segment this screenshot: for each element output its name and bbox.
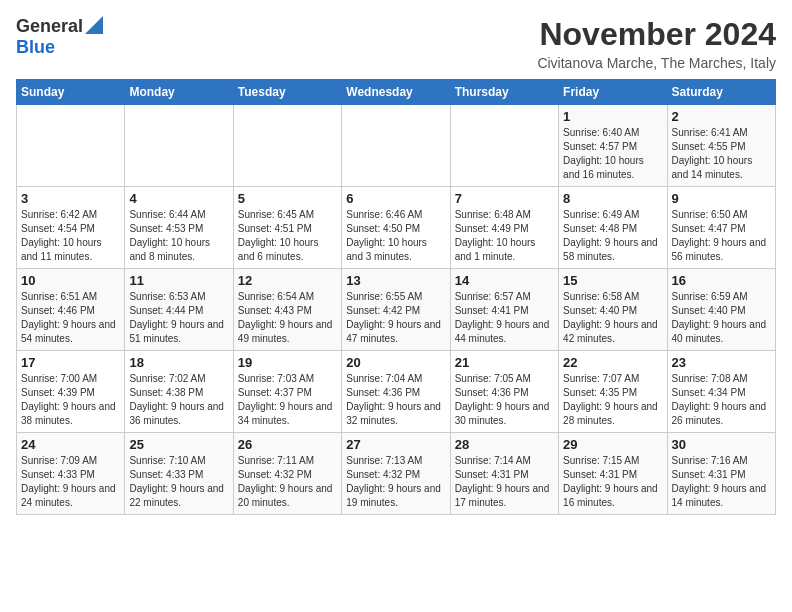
- calendar-cell: 9Sunrise: 6:50 AM Sunset: 4:47 PM Daylig…: [667, 187, 775, 269]
- calendar-cell: 6Sunrise: 6:46 AM Sunset: 4:50 PM Daylig…: [342, 187, 450, 269]
- calendar-cell: 25Sunrise: 7:10 AM Sunset: 4:33 PM Dayli…: [125, 433, 233, 515]
- calendar-cell: 21Sunrise: 7:05 AM Sunset: 4:36 PM Dayli…: [450, 351, 558, 433]
- calendar-week-1: 1Sunrise: 6:40 AM Sunset: 4:57 PM Daylig…: [17, 105, 776, 187]
- day-info: Sunrise: 7:09 AM Sunset: 4:33 PM Dayligh…: [21, 454, 120, 510]
- calendar-cell: 23Sunrise: 7:08 AM Sunset: 4:34 PM Dayli…: [667, 351, 775, 433]
- day-info: Sunrise: 7:11 AM Sunset: 4:32 PM Dayligh…: [238, 454, 337, 510]
- day-header-wednesday: Wednesday: [342, 80, 450, 105]
- calendar-cell: [342, 105, 450, 187]
- day-info: Sunrise: 6:48 AM Sunset: 4:49 PM Dayligh…: [455, 208, 554, 264]
- calendar-cell: [233, 105, 341, 187]
- calendar-cell: 22Sunrise: 7:07 AM Sunset: 4:35 PM Dayli…: [559, 351, 667, 433]
- day-number: 3: [21, 191, 120, 206]
- day-number: 26: [238, 437, 337, 452]
- calendar-cell: 12Sunrise: 6:54 AM Sunset: 4:43 PM Dayli…: [233, 269, 341, 351]
- calendar-cell: 11Sunrise: 6:53 AM Sunset: 4:44 PM Dayli…: [125, 269, 233, 351]
- logo: General Blue: [16, 16, 103, 58]
- day-info: Sunrise: 7:07 AM Sunset: 4:35 PM Dayligh…: [563, 372, 662, 428]
- calendar-cell: [125, 105, 233, 187]
- month-title: November 2024: [537, 16, 776, 53]
- day-info: Sunrise: 7:02 AM Sunset: 4:38 PM Dayligh…: [129, 372, 228, 428]
- calendar-week-3: 10Sunrise: 6:51 AM Sunset: 4:46 PM Dayli…: [17, 269, 776, 351]
- day-number: 13: [346, 273, 445, 288]
- day-info: Sunrise: 6:50 AM Sunset: 4:47 PM Dayligh…: [672, 208, 771, 264]
- calendar-cell: 10Sunrise: 6:51 AM Sunset: 4:46 PM Dayli…: [17, 269, 125, 351]
- logo-triangle-icon: [85, 16, 103, 34]
- day-number: 7: [455, 191, 554, 206]
- day-number: 14: [455, 273, 554, 288]
- day-number: 16: [672, 273, 771, 288]
- day-info: Sunrise: 7:03 AM Sunset: 4:37 PM Dayligh…: [238, 372, 337, 428]
- day-number: 30: [672, 437, 771, 452]
- calendar-cell: 2Sunrise: 6:41 AM Sunset: 4:55 PM Daylig…: [667, 105, 775, 187]
- day-info: Sunrise: 7:13 AM Sunset: 4:32 PM Dayligh…: [346, 454, 445, 510]
- day-number: 29: [563, 437, 662, 452]
- calendar-cell: 30Sunrise: 7:16 AM Sunset: 4:31 PM Dayli…: [667, 433, 775, 515]
- calendar-cell: 19Sunrise: 7:03 AM Sunset: 4:37 PM Dayli…: [233, 351, 341, 433]
- calendar-week-2: 3Sunrise: 6:42 AM Sunset: 4:54 PM Daylig…: [17, 187, 776, 269]
- day-number: 20: [346, 355, 445, 370]
- day-number: 21: [455, 355, 554, 370]
- days-header-row: SundayMondayTuesdayWednesdayThursdayFrid…: [17, 80, 776, 105]
- svg-marker-0: [85, 16, 103, 34]
- day-number: 5: [238, 191, 337, 206]
- calendar-cell: 3Sunrise: 6:42 AM Sunset: 4:54 PM Daylig…: [17, 187, 125, 269]
- day-number: 9: [672, 191, 771, 206]
- day-number: 19: [238, 355, 337, 370]
- day-number: 8: [563, 191, 662, 206]
- day-info: Sunrise: 6:53 AM Sunset: 4:44 PM Dayligh…: [129, 290, 228, 346]
- calendar-cell: 26Sunrise: 7:11 AM Sunset: 4:32 PM Dayli…: [233, 433, 341, 515]
- logo-general-text: General: [16, 17, 83, 37]
- logo-blue-text: Blue: [16, 38, 55, 58]
- calendar-cell: 8Sunrise: 6:49 AM Sunset: 4:48 PM Daylig…: [559, 187, 667, 269]
- day-info: Sunrise: 7:16 AM Sunset: 4:31 PM Dayligh…: [672, 454, 771, 510]
- day-info: Sunrise: 7:05 AM Sunset: 4:36 PM Dayligh…: [455, 372, 554, 428]
- day-info: Sunrise: 6:44 AM Sunset: 4:53 PM Dayligh…: [129, 208, 228, 264]
- day-number: 24: [21, 437, 120, 452]
- header: General Blue November 2024 Civitanova Ma…: [16, 16, 776, 71]
- day-info: Sunrise: 7:10 AM Sunset: 4:33 PM Dayligh…: [129, 454, 228, 510]
- calendar-cell: 16Sunrise: 6:59 AM Sunset: 4:40 PM Dayli…: [667, 269, 775, 351]
- calendar-cell: 18Sunrise: 7:02 AM Sunset: 4:38 PM Dayli…: [125, 351, 233, 433]
- day-info: Sunrise: 7:14 AM Sunset: 4:31 PM Dayligh…: [455, 454, 554, 510]
- location: Civitanova Marche, The Marches, Italy: [537, 55, 776, 71]
- day-number: 12: [238, 273, 337, 288]
- day-info: Sunrise: 6:58 AM Sunset: 4:40 PM Dayligh…: [563, 290, 662, 346]
- day-header-saturday: Saturday: [667, 80, 775, 105]
- day-info: Sunrise: 6:45 AM Sunset: 4:51 PM Dayligh…: [238, 208, 337, 264]
- day-number: 10: [21, 273, 120, 288]
- day-header-monday: Monday: [125, 80, 233, 105]
- day-number: 28: [455, 437, 554, 452]
- calendar-cell: [450, 105, 558, 187]
- day-info: Sunrise: 7:15 AM Sunset: 4:31 PM Dayligh…: [563, 454, 662, 510]
- day-number: 22: [563, 355, 662, 370]
- day-number: 6: [346, 191, 445, 206]
- calendar-table: SundayMondayTuesdayWednesdayThursdayFrid…: [16, 79, 776, 515]
- day-info: Sunrise: 6:57 AM Sunset: 4:41 PM Dayligh…: [455, 290, 554, 346]
- day-info: Sunrise: 7:08 AM Sunset: 4:34 PM Dayligh…: [672, 372, 771, 428]
- calendar-cell: 24Sunrise: 7:09 AM Sunset: 4:33 PM Dayli…: [17, 433, 125, 515]
- day-info: Sunrise: 6:59 AM Sunset: 4:40 PM Dayligh…: [672, 290, 771, 346]
- day-info: Sunrise: 6:49 AM Sunset: 4:48 PM Dayligh…: [563, 208, 662, 264]
- day-header-sunday: Sunday: [17, 80, 125, 105]
- day-info: Sunrise: 6:55 AM Sunset: 4:42 PM Dayligh…: [346, 290, 445, 346]
- day-info: Sunrise: 6:41 AM Sunset: 4:55 PM Dayligh…: [672, 126, 771, 182]
- day-header-friday: Friday: [559, 80, 667, 105]
- day-header-thursday: Thursday: [450, 80, 558, 105]
- day-number: 23: [672, 355, 771, 370]
- calendar-cell: 17Sunrise: 7:00 AM Sunset: 4:39 PM Dayli…: [17, 351, 125, 433]
- day-number: 1: [563, 109, 662, 124]
- day-number: 15: [563, 273, 662, 288]
- day-number: 11: [129, 273, 228, 288]
- calendar-cell: 1Sunrise: 6:40 AM Sunset: 4:57 PM Daylig…: [559, 105, 667, 187]
- calendar-cell: 13Sunrise: 6:55 AM Sunset: 4:42 PM Dayli…: [342, 269, 450, 351]
- day-info: Sunrise: 6:42 AM Sunset: 4:54 PM Dayligh…: [21, 208, 120, 264]
- calendar-cell: 28Sunrise: 7:14 AM Sunset: 4:31 PM Dayli…: [450, 433, 558, 515]
- day-info: Sunrise: 6:40 AM Sunset: 4:57 PM Dayligh…: [563, 126, 662, 182]
- day-number: 2: [672, 109, 771, 124]
- day-number: 17: [21, 355, 120, 370]
- day-number: 27: [346, 437, 445, 452]
- day-info: Sunrise: 6:51 AM Sunset: 4:46 PM Dayligh…: [21, 290, 120, 346]
- calendar-cell: 5Sunrise: 6:45 AM Sunset: 4:51 PM Daylig…: [233, 187, 341, 269]
- calendar-cell: 20Sunrise: 7:04 AM Sunset: 4:36 PM Dayli…: [342, 351, 450, 433]
